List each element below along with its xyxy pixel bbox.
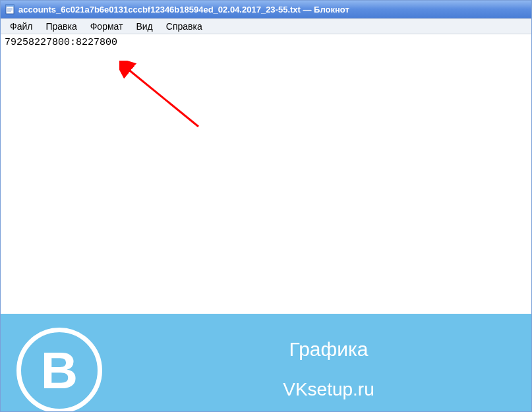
window-title: accounts_6c021a7b6e0131cccbf12346b18594e…: [18, 5, 349, 15]
menu-view[interactable]: Вид: [129, 20, 159, 33]
footer-banner: В Графика VKsetup.ru: [1, 314, 531, 411]
titlebar[interactable]: accounts_6c021a7b6e0131cccbf12346b18594e…: [1, 1, 531, 18]
editor-content: 79258227800:8227800: [5, 37, 117, 48]
vk-logo-circle: В: [16, 328, 102, 411]
menu-file[interactable]: Файл: [3, 20, 39, 33]
vk-logo-letter: В: [41, 345, 78, 396]
menu-help[interactable]: Справка: [160, 20, 209, 33]
banner-title: Графика: [289, 338, 369, 361]
menubar: Файл Правка Формат Вид Справка: [1, 18, 531, 34]
text-editor[interactable]: 79258227800:8227800: [1, 34, 531, 314]
notepad-icon: [5, 4, 15, 15]
banner-subtitle: VKsetup.ru: [283, 379, 374, 400]
svg-line-5: [127, 69, 198, 127]
menu-edit[interactable]: Правка: [39, 20, 83, 33]
menu-format[interactable]: Формат: [84, 20, 130, 33]
svg-rect-1: [6, 5, 14, 7]
banner-text: Графика VKsetup.ru: [142, 338, 516, 400]
annotation-arrow-icon: [119, 61, 205, 133]
notepad-window: accounts_6c021a7b6e0131cccbf12346b18594e…: [0, 0, 532, 412]
